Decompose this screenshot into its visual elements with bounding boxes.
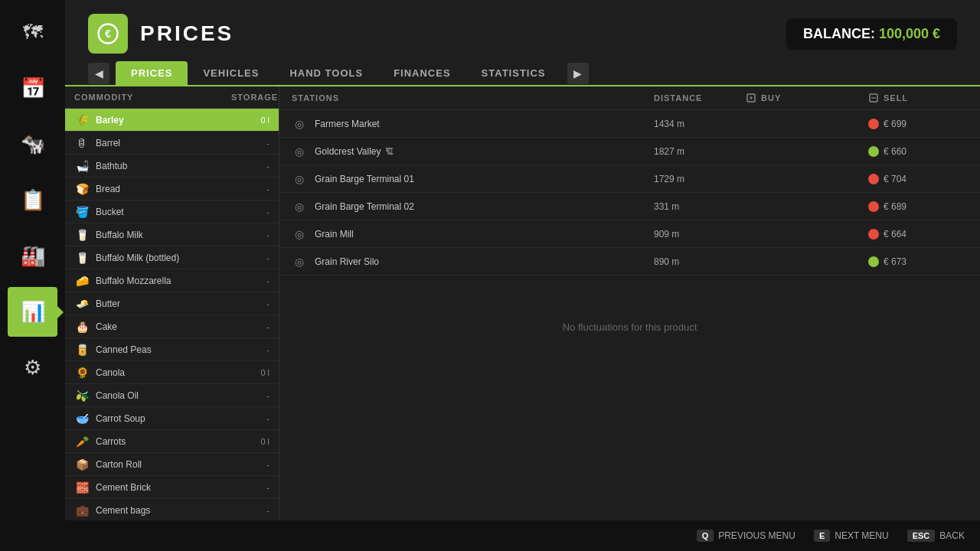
sidebar-item-chart[interactable]: 📊 — [8, 287, 57, 337]
header-left: € PRICES — [88, 14, 234, 54]
station-name: Grain Barge Terminal 01 — [315, 174, 654, 184]
station-sell: € 664 — [868, 229, 968, 240]
sell-value: € 660 — [884, 146, 906, 157]
price-indicator-dot — [868, 256, 879, 267]
commodity-row[interactable]: 🪣Bucket- — [65, 201, 279, 223]
tabs-bar: ◀ PRICES VEHICLES HAND TOOLS FINANCES ST… — [65, 61, 980, 86]
price-indicator-dot — [868, 201, 879, 212]
commodity-row[interactable]: 🛢Barrel- — [65, 132, 279, 155]
commodity-row[interactable]: 🥫Canned Peas- — [65, 338, 279, 361]
commodity-name: Cement Brick — [96, 482, 243, 493]
commodity-name: Buffalo Milk (bottled) — [96, 253, 243, 263]
commodity-row[interactable]: 🥕Carrots0 l — [65, 430, 279, 453]
commodity-row[interactable]: 💼Cement bags- — [65, 499, 279, 520]
commodity-panel: COMMODITY STORAGE 🌾Barley0 l🛢Barrel-🛁Bat… — [65, 86, 279, 520]
commodity-icon: 🌻 — [74, 365, 90, 380]
price-indicator-dot — [868, 119, 879, 129]
commodity-name: Bucket — [96, 207, 243, 217]
station-distance: 1827 m — [654, 146, 746, 157]
station-sell: € 699 — [868, 119, 968, 129]
commodity-row[interactable]: 🌻Canola0 l — [65, 361, 279, 384]
sell-value: € 673 — [884, 256, 906, 267]
commodity-name: Barrel — [96, 138, 243, 148]
tab-finances[interactable]: FINANCES — [378, 61, 466, 85]
buy-col-header: BUY — [746, 93, 868, 103]
commodity-storage: - — [243, 184, 270, 194]
sidebar-item-settings[interactable]: ⚙ — [8, 343, 57, 393]
next-menu-btn[interactable]: E NEXT MENU — [814, 530, 889, 542]
price-indicator-dot — [868, 229, 879, 240]
tab-hand-tools[interactable]: HAND TOOLS — [274, 61, 378, 85]
station-row[interactable]: ◎Grain River Silo890 m€ 673 — [279, 248, 980, 276]
commodity-row[interactable]: 🧈Butter- — [65, 292, 279, 315]
tab-prev-arrow[interactable]: ◀ — [88, 63, 109, 84]
stations-panel: STATIONS DISTANCE BUY SELL ◎Farmers Mark… — [279, 86, 980, 520]
previous-menu-label: PREVIOUS MENU — [718, 530, 795, 541]
tab-statistics[interactable]: STATISTICS — [466, 61, 561, 85]
commodity-row[interactable]: 🧱Cement Brick- — [65, 476, 279, 499]
commodity-storage: - — [243, 161, 270, 171]
commodity-row[interactable]: 🎂Cake- — [65, 315, 279, 338]
commodity-storage: 0 l — [243, 437, 270, 446]
commodity-icon: 🥫 — [74, 342, 90, 357]
station-sell: € 673 — [868, 256, 968, 267]
commodity-storage: - — [243, 207, 270, 217]
commodity-icon: 🎂 — [74, 319, 90, 334]
commodity-row[interactable]: 🥛Buffalo Milk (bottled)- — [65, 246, 279, 269]
commodity-storage: - — [243, 322, 270, 331]
commodity-storage: - — [243, 414, 270, 423]
commodity-col-header: COMMODITY — [74, 93, 231, 102]
tab-prices[interactable]: PRICES — [116, 61, 188, 85]
commodity-icon: 🥣 — [74, 411, 90, 426]
commodity-name: Carton Roll — [96, 459, 243, 470]
commodity-row[interactable]: 🥛Buffalo Milk- — [65, 223, 279, 246]
station-row[interactable]: ◎Farmers Market1434 m€ 699 — [279, 110, 980, 138]
commodity-row[interactable]: 🍞Bread- — [65, 178, 279, 201]
station-row[interactable]: ◎Grain Mill909 m€ 664 — [279, 220, 980, 248]
commodity-row[interactable]: 🛁Bathtub- — [65, 155, 279, 178]
tab-next-arrow[interactable]: ▶ — [567, 63, 589, 84]
commodity-name: Butter — [96, 298, 243, 309]
tab-vehicles[interactable]: VEHICLES — [188, 61, 274, 85]
station-name: Grain River Silo — [315, 256, 654, 267]
station-name: Grain Barge Terminal 02 — [315, 201, 654, 212]
station-col-header: STATIONS — [292, 93, 654, 103]
commodity-row[interactable]: 📦Carton Roll- — [65, 453, 279, 476]
sidebar-item-calendar[interactable]: 📅 — [8, 64, 57, 113]
svg-text:€: € — [105, 28, 111, 40]
commodity-row[interactable]: 🥣Carrot Soup- — [65, 407, 279, 430]
sidebar-item-factory[interactable]: 🏭 — [8, 231, 57, 281]
commodity-row[interactable]: 🌾Barley0 l — [65, 109, 279, 132]
storage-col-header: STORAGE — [231, 93, 270, 102]
sell-value: € 689 — [884, 201, 906, 212]
commodity-row[interactable]: 🧀Buffalo Mozzarella- — [65, 269, 279, 292]
commodity-icon: 📦 — [74, 457, 90, 472]
commodity-icon: 🧈 — [74, 296, 90, 311]
commodity-storage: - — [243, 460, 270, 469]
commodity-row[interactable]: 🫒Canola Oil- — [65, 384, 279, 407]
sell-value: € 664 — [884, 229, 906, 240]
station-name: Grain Mill — [315, 229, 654, 240]
station-distance: 331 m — [654, 201, 746, 212]
sidebar-item-map[interactable]: 🗺 — [8, 8, 57, 57]
previous-menu-btn[interactable]: Q PREVIOUS MENU — [697, 530, 795, 542]
commodity-storage: - — [243, 276, 270, 285]
commodity-icon: 🛢 — [74, 135, 90, 151]
station-row[interactable]: ◎Grain Barge Terminal 02331 m€ 689 — [279, 193, 980, 220]
commodity-icon: 🧱 — [74, 480, 90, 495]
sidebar-item-animals[interactable]: 🐄 — [8, 119, 57, 169]
back-btn[interactable]: ESC BACK — [907, 530, 965, 542]
station-row[interactable]: ◎Goldcrest Valley🏗1827 m€ 660 — [279, 138, 980, 165]
no-fluctuations-text: No fluctuations for this product — [279, 291, 980, 364]
commodity-storage: 0 l — [243, 368, 270, 377]
esc-key: ESC — [907, 530, 936, 542]
station-icon: ◎ — [292, 254, 307, 269]
stations-column-headers: STATIONS DISTANCE BUY SELL — [279, 86, 980, 110]
commodity-storage: - — [243, 230, 270, 240]
page-title: PRICES — [140, 21, 234, 46]
commodity-icon: 🥕 — [74, 434, 90, 449]
station-row[interactable]: ◎Grain Barge Terminal 011729 m€ 704 — [279, 165, 980, 193]
commodity-icon: 🧀 — [74, 273, 90, 289]
content-area: COMMODITY STORAGE 🌾Barley0 l🛢Barrel-🛁Bat… — [65, 86, 980, 520]
sidebar-item-documents[interactable]: 📋 — [8, 175, 57, 225]
